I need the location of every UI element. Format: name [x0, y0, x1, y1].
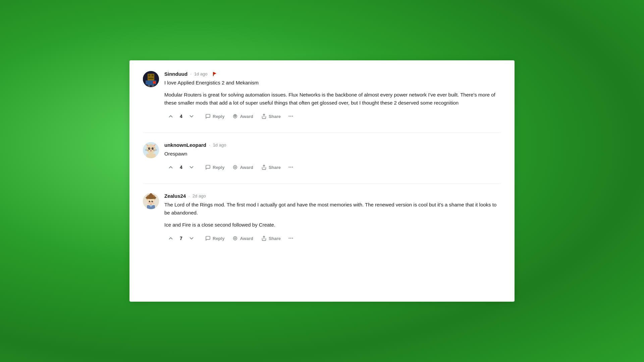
comment-header: unknownLeopard · 1d ago	[164, 142, 501, 148]
more-options-button[interactable]: ···	[285, 162, 296, 173]
comment-header: Zealus24 · 2d ago	[164, 193, 501, 199]
comment-item: Sinnduud · 1d ago I love Applied Energis…	[143, 71, 501, 122]
share-label: Share	[269, 236, 281, 241]
vote-count: 7	[179, 236, 183, 241]
share-button[interactable]: Share	[258, 234, 284, 243]
upvote-button[interactable]	[164, 233, 177, 243]
svg-point-47	[151, 202, 152, 203]
comment-username: Sinnduud	[164, 71, 187, 77]
comment-text: Orespawn	[164, 150, 501, 158]
comment-actions: 4 Reply	[164, 162, 501, 173]
svg-point-34	[153, 147, 155, 148]
comment-actions: 4 Reply	[164, 111, 501, 122]
svg-point-27	[153, 148, 153, 148]
share-button[interactable]: Share	[258, 163, 284, 172]
svg-rect-8	[148, 85, 150, 87]
comment-timestamp: 2d ago	[193, 193, 206, 198]
comment-timestamp: 1d ago	[194, 71, 208, 76]
svg-marker-14	[214, 72, 216, 75]
comment-text-1: I love Applied Energistics 2 and Mekanis…	[164, 79, 501, 87]
award-badge	[212, 71, 217, 77]
svg-point-28	[150, 150, 152, 151]
svg-point-45	[150, 201, 150, 201]
svg-point-48	[148, 202, 150, 204]
comment-text-2: Ice and Fire is a close second followed …	[164, 221, 501, 229]
comment-text-2: Modular Routers is great for solving aut…	[164, 91, 501, 107]
award-label: Award	[240, 236, 253, 241]
avatar	[143, 71, 159, 87]
svg-rect-11	[153, 81, 154, 83]
downvote-button[interactable]	[185, 233, 198, 243]
comments-card: Sinnduud · 1d ago I love Applied Energis…	[129, 60, 515, 302]
reply-button[interactable]: Reply	[202, 112, 228, 121]
vote-group: 7	[164, 233, 198, 243]
svg-point-37	[234, 167, 236, 168]
svg-rect-3	[152, 74, 154, 76]
vote-group: 4	[164, 111, 198, 121]
upvote-button[interactable]	[164, 162, 177, 172]
reply-button[interactable]: Reply	[202, 234, 228, 243]
svg-rect-6	[146, 80, 148, 84]
svg-point-53	[234, 238, 236, 239]
comment-item: Zealus24 · 2d ago The Lord of the Rings …	[143, 193, 501, 244]
svg-rect-13	[213, 72, 214, 76]
svg-point-44	[152, 201, 153, 202]
comment-item: unknownLeopard · 1d ago Orespawn 4	[143, 142, 501, 173]
vote-count: 4	[179, 165, 183, 170]
award-label: Award	[240, 114, 253, 119]
avatar	[143, 193, 159, 209]
award-button[interactable]: Award	[229, 234, 257, 243]
vote-count: 4	[179, 114, 183, 119]
svg-point-36	[233, 166, 237, 169]
comment-actions: 7 Reply	[164, 233, 501, 244]
reply-label: Reply	[213, 236, 224, 241]
more-options-button[interactable]: ···	[285, 111, 296, 122]
svg-point-49	[152, 202, 154, 204]
svg-point-16	[234, 116, 236, 117]
award-button[interactable]: Award	[229, 112, 257, 121]
reply-button[interactable]: Reply	[202, 163, 228, 172]
comment-timestamp: 1d ago	[213, 142, 226, 147]
reply-label: Reply	[213, 165, 224, 170]
comment-header: Sinnduud · 1d ago	[164, 71, 501, 77]
svg-point-26	[149, 148, 150, 148]
svg-point-52	[233, 237, 237, 240]
vote-group: 4	[164, 162, 198, 172]
share-label: Share	[269, 114, 281, 119]
award-button[interactable]: Award	[229, 163, 257, 172]
svg-rect-9	[152, 85, 154, 87]
svg-point-43	[149, 201, 151, 202]
downvote-button[interactable]	[185, 111, 198, 121]
comment-content: unknownLeopard · 1d ago Orespawn 4	[164, 142, 501, 173]
upvote-button[interactable]	[164, 111, 177, 121]
award-label: Award	[240, 165, 253, 170]
comment-username: Zealus24	[164, 193, 186, 199]
more-options-button[interactable]: ···	[285, 233, 296, 244]
share-button[interactable]: Share	[258, 112, 284, 121]
svg-rect-35	[146, 154, 156, 158]
comment-username: unknownLeopard	[164, 142, 206, 148]
divider	[143, 132, 501, 133]
comment-text-1: The Lord of the Rings mod. The first mod…	[164, 201, 501, 217]
svg-rect-4	[148, 78, 154, 79]
svg-rect-2	[148, 74, 150, 76]
comment-content: Zealus24 · 2d ago The Lord of the Rings …	[164, 193, 501, 244]
divider	[143, 183, 501, 184]
downvote-button[interactable]	[185, 162, 198, 172]
comment-content: Sinnduud · 1d ago I love Applied Energis…	[164, 71, 501, 122]
svg-point-46	[152, 201, 153, 201]
avatar	[143, 142, 159, 158]
svg-point-33	[147, 147, 149, 148]
share-label: Share	[269, 165, 281, 170]
reply-label: Reply	[213, 114, 224, 119]
svg-rect-12	[155, 81, 155, 83]
